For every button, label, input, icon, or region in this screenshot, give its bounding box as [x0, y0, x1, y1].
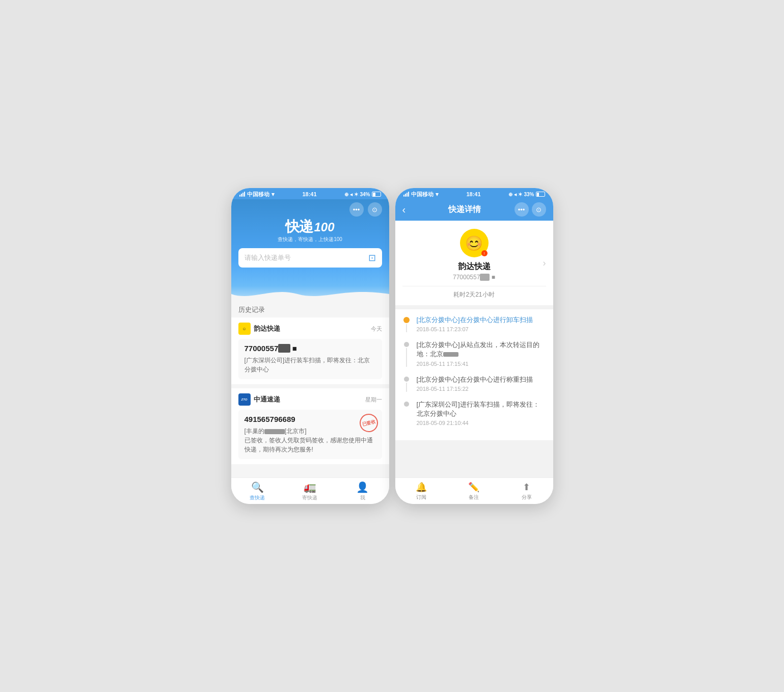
carrier-logo-emoji: 😊	[465, 235, 483, 252]
timeline-right-2: [北京分拨中心]在分拨中心进行称重扫描 2018-05-11 17:15:22	[417, 375, 546, 392]
send-nav-label: 寄快递	[302, 494, 317, 501]
subscribe-icon: 🔔	[416, 482, 427, 493]
status-bar-1: 中国移动 ▾ 18:41 ⊕ ◂ ✶ 34%	[231, 188, 389, 199]
signal-bars-2	[403, 192, 409, 197]
yunda-date: 今天	[371, 325, 382, 333]
yunda-name: 韵达快递	[254, 324, 280, 333]
delivery-card-zto[interactable]: ZTO 中通速递 星期一 491565796689 已签收 [丰巢的[北京市] …	[231, 388, 389, 464]
app-name: 快递	[285, 220, 313, 234]
bt-icon-2: ✶	[518, 192, 522, 197]
battery-icon-2	[536, 192, 545, 197]
search-bar-wrapper: 请输入快递单号 ⊡	[231, 243, 389, 268]
detail-content: 😊 ! 韵达快递 77000557██ ■ › 耗时2天21小时	[395, 221, 553, 477]
zto-status: [丰巢的[北京市] 已签收，签收人凭取货码签收，感谢您使用中通快递，期待再次为您…	[245, 427, 376, 454]
timeline-left-1	[402, 340, 411, 366]
nav2-share[interactable]: ⬆ 分享	[500, 478, 553, 504]
nav-search[interactable]: 🔍 查快递	[231, 478, 284, 504]
timeline-text-2: [北京分拨中心]在分拨中心进行称重扫描	[417, 375, 546, 384]
subscribe-label: 订阅	[416, 494, 426, 501]
status-bar-2: 中国移动 ▾ 18:41 ⊕ ◂ ✶ 33%	[395, 188, 553, 199]
back-button[interactable]: ‹	[402, 204, 415, 216]
camera-icon-2[interactable]: ⊙	[532, 202, 546, 217]
timeline-text-1: [北京分拨中心]从站点发出，本次转运目的地：北京	[417, 340, 546, 359]
send-nav-icon: 🚛	[304, 481, 316, 493]
nav-send[interactable]: 🚛 寄快递	[284, 478, 336, 504]
app-subtitle: 查快递，寄快递，上快递100	[278, 236, 342, 243]
card-header-left-zto: ZTO 中通速递	[238, 393, 280, 406]
timeline-text-3: [广东深圳公司]进行装车扫描，即将发往：北京分拨中心	[417, 400, 546, 418]
header-top-bar: ••• ⊙	[231, 199, 389, 219]
carrier-1: 中国移动	[247, 191, 269, 198]
timeline-item-2: [北京分拨中心]在分拨中心进行称重扫描 2018-05-11 17:15:22	[402, 375, 546, 392]
search-bar[interactable]: 请输入快递单号 ⊡	[238, 248, 382, 268]
app-logo-area: 快递 100 查快递，寄快递，上快递100	[231, 220, 389, 243]
share-icon: ⬆	[523, 482, 530, 493]
share-label: 分享	[522, 494, 532, 501]
bottom-nav-2: 🔔 订阅 ✏️ 备注 ⬆ 分享	[395, 477, 553, 504]
phone-2: 中国移动 ▾ 18:41 ⊕ ◂ ✶ 33% ‹ 快递详情 ••• ⊙	[395, 188, 553, 504]
carrier-2: 中国移动	[411, 191, 434, 198]
yunda-tracking-box: 77000557██ ■ [广东深圳公司]进行装车扫描，即将发往：北京分拨中心	[238, 339, 382, 379]
scan-icon[interactable]: ⊡	[368, 252, 376, 263]
timeline-right-3: [广东深圳公司]进行装车扫描，即将发往：北京分拨中心 2018-05-09 21…	[417, 400, 546, 426]
nav-profile[interactable]: 👤 我	[336, 478, 389, 504]
zto-logo: ZTO	[238, 393, 251, 406]
nav-icon-1: ◂	[350, 192, 353, 197]
timeline-time-2: 2018-05-11 17:15:22	[417, 386, 546, 392]
nav2-note[interactable]: ✏️ 备注	[448, 478, 500, 504]
timeline-time-1: 2018-05-11 17:15:41	[417, 361, 546, 367]
app-name-suffix: 100	[314, 220, 334, 234]
carrier-name-detail: 韵达快递	[458, 261, 491, 272]
time-2: 18:41	[466, 191, 480, 197]
timeline-item-0: [北京分拨中心]在分拨中心进行卸车扫描 2018-05-11 17:23:07	[402, 315, 546, 332]
zto-name: 中通速递	[254, 395, 280, 404]
status-right-1: ⊕ ◂ ✶ 34%	[344, 192, 381, 197]
nav-icon-2: ◂	[514, 192, 517, 197]
divider-1	[402, 286, 546, 286]
camera-icon[interactable]: ⊙	[368, 202, 382, 217]
history-section: 历史记录 ☺ 韵达快递 今天 77000557██ ■ [广东深圳公司]进行装车…	[231, 301, 389, 477]
delivery-card-yunda[interactable]: ☺ 韵达快递 今天 77000557██ ■ [广东深圳公司]进行装车扫描，即将…	[231, 317, 389, 384]
location-icon-1: ⊕	[344, 192, 348, 197]
yunda-status: [广东深圳公司]进行装车扫描，即将发往：北京分拨中心	[245, 356, 376, 374]
signal-bars-1	[239, 192, 245, 197]
nav2-subscribe[interactable]: 🔔 订阅	[395, 478, 448, 504]
bottom-nav-1: 🔍 查快递 🚛 寄快递 👤 我	[231, 477, 389, 504]
battery-1: 34%	[360, 192, 370, 197]
timeline-line-0	[406, 324, 407, 332]
status-bar-left-1: 中国移动 ▾	[239, 191, 275, 198]
carrier-arrow-icon[interactable]: ›	[543, 258, 546, 269]
time-cost: 耗时2天21小时	[453, 290, 494, 299]
note-icon: ✏️	[468, 482, 479, 493]
more-icon[interactable]: •••	[349, 202, 364, 217]
battery-icon-1	[372, 192, 381, 197]
timeline-dot-0	[403, 317, 410, 323]
status-bar-left-2: 中国移动 ▾	[403, 191, 439, 198]
timeline-item-3: [广东深圳公司]进行装车扫描，即将发往：北京分拨中心 2018-05-09 21…	[402, 400, 546, 426]
search-placeholder: 请输入快递单号	[245, 253, 364, 262]
carrier-card: 😊 ! 韵达快递 77000557██ ■ › 耗时2天21小时	[395, 221, 553, 305]
battery-2: 33%	[524, 192, 534, 197]
more-icon-2[interactable]: •••	[515, 202, 529, 217]
profile-nav-label: 我	[360, 494, 365, 501]
notification-dot: !	[481, 250, 488, 256]
bt-icon-1: ✶	[354, 192, 358, 197]
carrier-logo-circle: 😊 !	[460, 229, 489, 257]
timeline-left-2	[402, 375, 411, 392]
nav-right-icons: ••• ⊙	[515, 202, 546, 217]
zto-date: 星期一	[365, 396, 382, 404]
profile-nav-icon: 👤	[356, 481, 369, 493]
history-label: 历史记录	[231, 301, 389, 317]
nav-title: 快递详情	[448, 204, 481, 215]
timeline-right-0: [北京分拨中心]在分拨中心进行卸车扫描 2018-05-11 17:23:07	[417, 315, 546, 332]
carrier-tracking-num: 77000557██ ■	[453, 274, 495, 281]
wave-decoration	[231, 287, 389, 301]
card-header-yunda: ☺ 韵达快递 今天	[238, 323, 382, 335]
yunda-logo: ☺	[238, 323, 251, 335]
wifi-icon-2: ▾	[436, 191, 439, 198]
timeline-section: [北京分拨中心]在分拨中心进行卸车扫描 2018-05-11 17:23:07 …	[395, 309, 553, 440]
timeline-text-0: [北京分拨中心]在分拨中心进行卸车扫描	[417, 315, 546, 325]
card-header-zto: ZTO 中通速递 星期一	[238, 393, 382, 406]
timeline-left-0	[402, 315, 411, 332]
timeline-time-0: 2018-05-11 17:23:07	[417, 326, 546, 332]
